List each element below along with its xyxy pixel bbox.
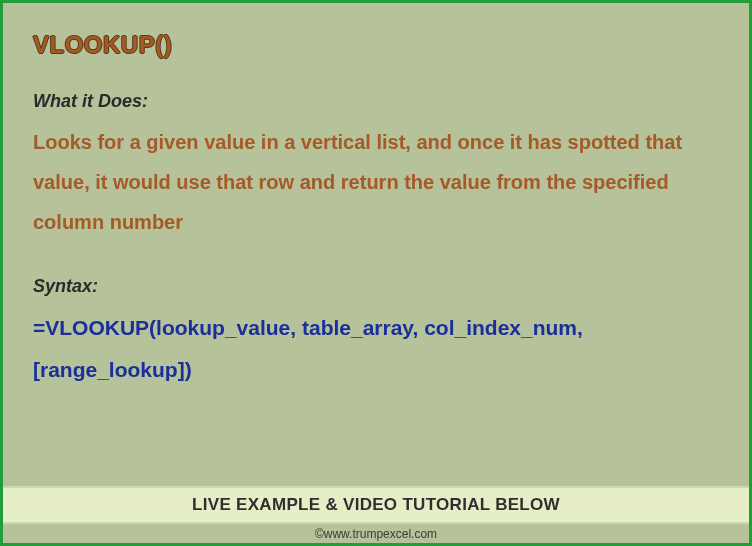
tutorial-banner: LIVE EXAMPLE & VIDEO TUTORIAL BELOW [3, 486, 749, 524]
function-description: Looks for a given value in a vertical li… [33, 122, 719, 242]
function-syntax: =VLOOKUP(lookup_value, table_array, col_… [33, 307, 719, 391]
card-frame: VLOOKUP() What it Does: Looks for a give… [0, 0, 752, 546]
what-it-does-label: What it Does: [33, 91, 719, 112]
card-content: VLOOKUP() What it Does: Looks for a give… [3, 3, 749, 486]
footer-credit: ©www.trumpexcel.com [3, 524, 749, 543]
syntax-label: Syntax: [33, 276, 719, 297]
function-title: VLOOKUP() [33, 31, 719, 59]
